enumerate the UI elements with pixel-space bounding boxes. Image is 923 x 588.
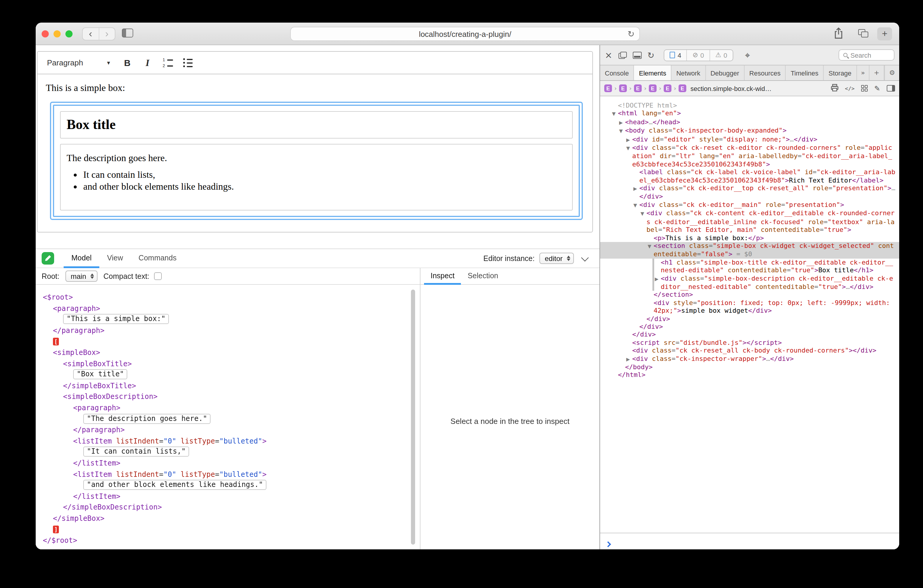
- editor-instance-select[interactable]: editor: [539, 253, 574, 264]
- minimize-window-button[interactable]: [54, 30, 61, 38]
- element-badge[interactable]: E: [649, 84, 657, 92]
- dom-tree-line[interactable]: <label class="ck ck-label ck-voice-label…: [600, 169, 899, 185]
- dom-tree-line[interactable]: <div class="ck ck-reset_all ck-body ck-r…: [600, 347, 899, 355]
- dom-tree-line[interactable]: <p>This is a simple box:</p>: [600, 234, 899, 242]
- model-tree-line[interactable]: </listItem>: [36, 458, 420, 469]
- dom-tree-line[interactable]: ▼<section class="simple-box ck-widget ck…: [600, 242, 899, 259]
- dom-tree-line[interactable]: </html>: [600, 371, 899, 379]
- model-tree-line[interactable]: <simpleBox>: [36, 347, 420, 358]
- forward-button[interactable]: ›: [99, 28, 115, 40]
- dom-tree-line[interactable]: ▼<div class="ck ck-editor__main" role="p…: [600, 201, 899, 210]
- dom-tree-line[interactable]: <div style="position: fixed; top: 0px; l…: [600, 299, 899, 315]
- tab-network[interactable]: Network: [672, 66, 706, 80]
- model-tree-line[interactable]: "This is a simple box:": [36, 314, 420, 325]
- heading-dropdown[interactable]: Paragraph ▾: [41, 54, 116, 71]
- close-window-button[interactable]: [42, 30, 49, 38]
- issue-count-badge[interactable]: ⊘ 0: [687, 50, 710, 60]
- tab-view[interactable]: View: [99, 249, 131, 268]
- dom-tree-line[interactable]: <!DOCTYPE html>: [600, 102, 899, 110]
- element-badge[interactable]: E: [634, 84, 642, 92]
- dom-tree-line[interactable]: </body>: [600, 363, 899, 371]
- warning-count-badge[interactable]: ⚠ 0: [710, 50, 733, 60]
- model-tree-line[interactable]: </$root>: [36, 535, 420, 546]
- root-select[interactable]: main: [66, 271, 97, 282]
- dom-tree-line[interactable]: ▼<div class="ck ck-reset ck-editor ck-ro…: [600, 144, 899, 168]
- settings-gear-icon[interactable]: ⚙: [884, 66, 899, 80]
- tab-timelines[interactable]: Timelines: [786, 66, 824, 80]
- model-tree-line[interactable]: [: [36, 336, 420, 347]
- model-tree-line[interactable]: "The description goes here.": [36, 414, 420, 424]
- model-tree-line[interactable]: <simpleBoxDescription>: [36, 391, 420, 402]
- detach-window-icon[interactable]: [618, 51, 627, 59]
- tab-overview-icon[interactable]: [858, 29, 868, 38]
- dom-tree-line[interactable]: </div>: [600, 315, 899, 323]
- dom-tree-line[interactable]: </div>: [600, 323, 899, 331]
- show-source-icon[interactable]: </>: [845, 85, 855, 91]
- model-tree-line[interactable]: "and other block elements like headings.…: [36, 480, 420, 491]
- model-tree-line[interactable]: <listItem listIndent="0" listType="bulle…: [36, 435, 420, 447]
- element-badge[interactable]: E: [604, 84, 612, 92]
- print-icon[interactable]: [831, 84, 838, 93]
- dom-tree-line[interactable]: <script src="dist/bundle.js"></script>: [600, 339, 899, 347]
- breadcrumb-current-node[interactable]: section.simple-box.ck-wid…: [690, 85, 772, 92]
- back-button[interactable]: ‹: [83, 28, 99, 40]
- model-tree-line[interactable]: "It can contain lists,": [36, 447, 420, 458]
- simple-box-title-field[interactable]: Box title: [60, 111, 573, 138]
- model-tree-line[interactable]: </simpleBox>: [36, 513, 420, 524]
- reload-page-icon[interactable]: ↻: [647, 50, 654, 60]
- element-badge[interactable]: E: [619, 84, 627, 92]
- dom-tree-line[interactable]: ▼<html lang="en">: [600, 110, 899, 118]
- dom-tree-line[interactable]: ▶<head>…</head>: [600, 118, 899, 127]
- element-picker-icon[interactable]: ⌖: [745, 50, 750, 60]
- dom-tree-line[interactable]: ▶<div class="ck-inspector-wrapper">…</di…: [600, 355, 899, 363]
- tab-storage[interactable]: Storage: [824, 66, 857, 80]
- dom-tree-line[interactable]: ▼<body class="ck-inspector-body-expanded…: [600, 126, 899, 135]
- tab-selection[interactable]: Selection: [461, 268, 505, 284]
- new-tab-button[interactable]: +: [877, 27, 892, 40]
- model-tree-line[interactable]: </listItem>: [36, 491, 420, 502]
- compact-text-checkbox[interactable]: [154, 272, 162, 280]
- model-tree-line[interactable]: <paragraph>: [36, 303, 420, 314]
- dom-tree-line[interactable]: ▶<div class="ck ck-editor__top ck-reset_…: [600, 184, 899, 201]
- tab-count-badge[interactable]: 4: [665, 50, 687, 60]
- zoom-window-button[interactable]: [66, 30, 72, 38]
- share-icon[interactable]: [834, 27, 843, 42]
- dom-tree-line[interactable]: ▶<div id="editor" style="display: none;"…: [600, 135, 899, 144]
- address-bar[interactable]: localhost/creating-a-plugin/ ↻: [290, 27, 640, 41]
- reload-icon[interactable]: ↻: [628, 29, 635, 39]
- simple-box-description-field[interactable]: The description goes here. It can contai…: [60, 144, 573, 210]
- model-tree-line[interactable]: <paragraph>: [36, 402, 420, 414]
- bold-button[interactable]: B: [118, 54, 136, 72]
- more-tabs-icon[interactable]: »: [857, 66, 869, 80]
- model-tree-line[interactable]: </paragraph>: [36, 325, 420, 336]
- details-sidebar-icon[interactable]: [887, 85, 895, 92]
- tab-debugger[interactable]: Debugger: [706, 66, 745, 80]
- model-tree-line[interactable]: ]: [36, 524, 420, 535]
- dom-tree-line[interactable]: </section>: [600, 291, 899, 299]
- tab-console[interactable]: Console: [600, 66, 634, 80]
- model-tree-line[interactable]: </simpleBoxTitle>: [36, 381, 420, 391]
- add-tab-icon[interactable]: +: [870, 66, 884, 80]
- paragraph[interactable]: This is a simple box:: [46, 83, 585, 94]
- dock-bottom-icon[interactable]: [632, 51, 641, 59]
- devtools-search-field[interactable]: Search: [839, 49, 895, 61]
- model-tree-line[interactable]: </paragraph>: [36, 424, 420, 435]
- element-badge[interactable]: E: [678, 84, 686, 92]
- layout-grid-icon[interactable]: [861, 85, 868, 92]
- model-tree-scrollbar[interactable]: [411, 289, 415, 545]
- model-tree-line[interactable]: <simpleBoxTitle>: [36, 358, 420, 369]
- dom-tree-line[interactable]: <h1 class="simple-box-title ck-editor__e…: [600, 258, 899, 274]
- simple-box-widget[interactable]: Box title The description goes here. It …: [50, 102, 583, 220]
- edit-icon[interactable]: ✎: [874, 84, 880, 92]
- model-tree-line[interactable]: "Box title": [36, 369, 420, 380]
- model-tree-line[interactable]: <listItem listIndent="0" listType="bulle…: [36, 469, 420, 480]
- sidebar-toggle-button[interactable]: [122, 28, 133, 38]
- tab-resources[interactable]: Resources: [745, 66, 786, 80]
- model-tree-line[interactable]: </simpleBoxDescription>: [36, 502, 420, 513]
- collapse-inspector-icon[interactable]: [581, 254, 588, 261]
- quick-console[interactable]: [600, 533, 899, 549]
- element-badge[interactable]: E: [664, 84, 672, 92]
- close-inspector-icon[interactable]: ×: [605, 50, 612, 60]
- tab-commands[interactable]: Commands: [131, 249, 184, 268]
- tab-model[interactable]: Model: [64, 249, 99, 268]
